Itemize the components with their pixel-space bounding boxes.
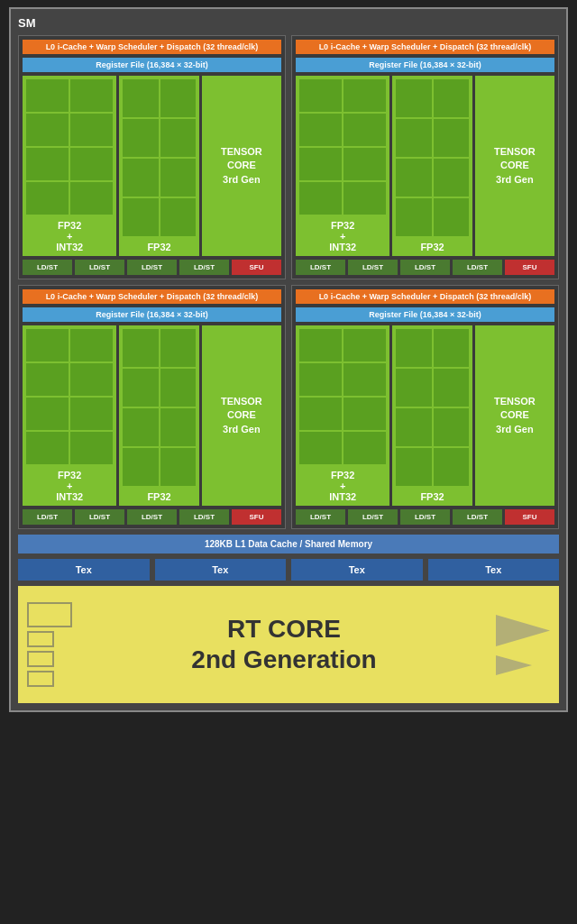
warp-scheduler-bar-2: L0 i-Cache + Warp Scheduler + Dispatch (… <box>296 40 554 54</box>
grid-cell <box>396 159 431 197</box>
grid-cell <box>396 369 431 407</box>
ldst-cell: LD/ST <box>23 260 72 275</box>
quadrant-2: L0 i-Cache + Warp Scheduler + Dispatch (… <box>291 35 559 279</box>
grid-cell <box>299 363 342 396</box>
rt-diagram-row-1 <box>27 602 72 627</box>
grid-cell <box>26 79 69 112</box>
fp32-col-3: FP32 <box>119 325 198 506</box>
l1-cache-bar: 128KB L1 Data Cache / Shared Memory <box>18 535 559 553</box>
grid-cell <box>434 119 469 157</box>
rt-core-label: RT CORE 2nd Generation <box>72 614 496 674</box>
rt-diagram-row-3 <box>27 651 72 667</box>
tex-cell-2: Tex <box>155 559 287 581</box>
grid-cell <box>343 148 386 180</box>
grid-cell <box>160 159 196 197</box>
grid-cell <box>26 329 69 361</box>
fp32-label-2: FP32 <box>396 238 468 252</box>
quadrant-1: L0 i-Cache + Warp Scheduler + Dispatch (… <box>18 35 286 279</box>
grid-cell <box>160 408 196 446</box>
warp-scheduler-bar-1: L0 i-Cache + Warp Scheduler + Dispatch (… <box>23 40 281 54</box>
rt-triangle-group <box>496 615 550 675</box>
grid-cell <box>123 198 158 236</box>
compute-area-3: FP32+INT32 FP32 TE <box>23 325 281 506</box>
grid-cell <box>123 448 158 486</box>
grid-cell <box>123 329 158 367</box>
grid-cell <box>160 329 196 367</box>
grid-cell <box>160 119 196 157</box>
fp32-int32-col-2: FP32+INT32 <box>296 76 389 256</box>
grid-cell <box>299 148 342 180</box>
ldst-cell: LD/ST <box>23 509 72 525</box>
rt-core-title-text: RT CORE <box>227 615 341 643</box>
tex-cell-4: Tex <box>428 559 560 581</box>
grid-cell <box>26 363 69 396</box>
quadrant-grid: L0 i-Cache + Warp Scheduler + Dispatch (… <box>18 35 559 529</box>
svg-marker-0 <box>496 615 550 646</box>
ldst-cell: LD/ST <box>127 260 177 275</box>
grid-cell <box>70 182 113 215</box>
grid-cell <box>434 159 469 197</box>
grid-cell <box>396 198 431 236</box>
grid-cell <box>26 432 69 464</box>
grid-cell <box>70 114 113 146</box>
grid-cell <box>70 363 113 396</box>
fp32-int32-grid-1 <box>26 79 113 215</box>
fp32-int32-grid-3 <box>26 329 113 464</box>
quadrant-3: L0 i-Cache + Warp Scheduler + Dispatch (… <box>18 285 286 529</box>
ldst-cell: LD/ST <box>296 260 345 275</box>
ldst-cell: LD/ST <box>179 260 229 275</box>
grid-cell <box>123 159 158 197</box>
ldst-cell: LD/ST <box>453 509 502 525</box>
grid-cell <box>123 119 158 157</box>
ldst-cell: LD/ST <box>348 260 398 275</box>
tensor-label-1: TENSORCORE3rd Gen <box>221 145 262 187</box>
grid-cell <box>160 79 196 117</box>
fp32-int32-col-3: FP32+INT32 <box>23 325 116 506</box>
tensor-label-2: TENSORCORE3rd Gen <box>494 145 536 187</box>
fp32-grid-2 <box>396 79 468 236</box>
grid-cell <box>396 329 431 367</box>
tensor-col-3: TENSORCORE3rd Gen <box>202 325 281 506</box>
rt-core-title: RT CORE 2nd Generation <box>72 614 496 674</box>
fp32-label-4: FP32 <box>396 488 468 502</box>
grid-cell <box>26 398 69 430</box>
grid-cell <box>434 79 469 117</box>
ldst-bar-3: LD/ST LD/ST LD/ST LD/ST SFU <box>23 509 281 525</box>
fp32-grid-1 <box>123 79 195 236</box>
ldst-bar-2: LD/ST LD/ST LD/ST LD/ST SFU <box>296 260 554 275</box>
grid-cell <box>396 119 431 157</box>
ldst-cell: LD/ST <box>453 260 502 275</box>
grid-cell <box>123 79 158 117</box>
fp32-int32-label-3: FP32+INT32 <box>26 466 113 502</box>
rt-diagram-box-small-3 <box>27 671 54 687</box>
grid-cell <box>396 408 431 446</box>
tensor-col-1: TENSORCORE3rd Gen <box>202 76 281 256</box>
fp32-label-1: FP32 <box>123 238 195 252</box>
grid-cell <box>343 329 386 361</box>
rt-diagram-row-4 <box>27 671 72 687</box>
fp32-int32-label-4: FP32+INT32 <box>299 466 386 502</box>
rt-diagram-box-large <box>27 602 72 627</box>
grid-cell <box>123 408 158 446</box>
rt-core-diagram <box>27 602 72 687</box>
warp-scheduler-bar-3: L0 i-Cache + Warp Scheduler + Dispatch (… <box>23 289 281 304</box>
grid-cell <box>396 448 431 486</box>
rt-core-subtitle-text: 2nd Generation <box>191 645 376 673</box>
grid-cell <box>160 448 196 486</box>
sm-container: SM L0 i-Cache + Warp Scheduler + Dispatc… <box>9 7 568 712</box>
grid-cell <box>299 398 342 430</box>
rt-triangle-row-1 <box>496 615 550 646</box>
sfu-cell-1: SFU <box>232 260 281 275</box>
grid-cell <box>434 448 469 486</box>
register-file-bar-3: Register File (16,384 × 32-bit) <box>23 307 281 322</box>
grid-cell <box>26 182 69 215</box>
grid-cell <box>160 369 196 407</box>
fp32-int32-grid-2 <box>299 79 386 215</box>
grid-cell <box>434 369 469 407</box>
grid-cell <box>343 114 386 146</box>
grid-cell <box>123 369 158 407</box>
grid-cell <box>299 79 342 112</box>
ldst-cell: LD/ST <box>127 509 177 525</box>
sfu-cell-3: SFU <box>232 509 281 525</box>
grid-cell <box>299 432 342 464</box>
